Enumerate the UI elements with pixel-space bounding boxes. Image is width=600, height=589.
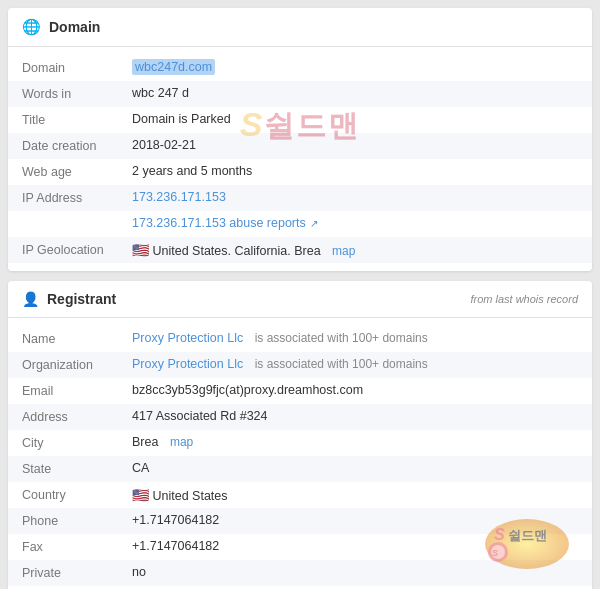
globe-icon: 🌐: [22, 18, 41, 36]
fax-label: Fax: [22, 539, 132, 554]
domain-label: Domain: [22, 60, 132, 75]
country-text: United States: [152, 489, 227, 503]
domain-value: wbc247d.com: [132, 60, 578, 74]
email-row: Email bz8cc3yb53g9fjc(at)proxy.dreamhost…: [8, 378, 592, 404]
organization-assoc: is associated with 100+ domains: [255, 357, 428, 371]
phone-label: Phone: [22, 513, 132, 528]
address-row: Address 417 Associated Rd #324: [8, 404, 592, 430]
organization-link[interactable]: Proxy Protection Llc: [132, 357, 243, 371]
person-icon: 👤: [22, 291, 39, 307]
words-in-label: Words in: [22, 86, 132, 101]
registrant-header-label: Registrant: [47, 291, 116, 307]
city-value: Brea map: [132, 435, 578, 449]
domain-link[interactable]: wbc247d.com: [132, 59, 215, 75]
ip-geolocation-row: IP Geolocation 🇺🇸 United States. Califor…: [8, 237, 592, 263]
city-row: City Brea map: [8, 430, 592, 456]
date-creation-value: 2018-02-21: [132, 138, 578, 152]
ip-address-row: IP Address 173.236.171.153: [8, 185, 592, 211]
organization-label: Organization: [22, 357, 132, 372]
address-value: 417 Associated Rd #324: [132, 409, 578, 423]
fax-value: +1.7147064182: [132, 539, 578, 553]
web-age-label: Web age: [22, 164, 132, 179]
page-wrapper: S쉴드맨 🌐 Domain Domain wbc247d.com Words i…: [0, 0, 600, 589]
registrant-card: 👤 Registrant from last whois record Name…: [8, 281, 592, 589]
geolocation-map-link[interactable]: map: [332, 244, 355, 258]
city-label: City: [22, 435, 132, 450]
us-flag-icon: 🇺🇸: [132, 242, 149, 258]
abuse-row: 173.236.171.153 abuse reports ↗: [132, 216, 578, 230]
state-label: State: [22, 461, 132, 476]
private-label: Private: [22, 565, 132, 580]
phone-row: Phone +1.7147064182: [8, 508, 592, 534]
title-value: Domain is Parked: [132, 112, 578, 126]
country-row: Country 🇺🇸 United States: [8, 482, 592, 508]
phone-value: +1.7147064182: [132, 513, 578, 527]
title-row: Title Domain is Parked: [8, 107, 592, 133]
ip-geolocation-label: IP Geolocation: [22, 242, 132, 257]
name-label: Name: [22, 331, 132, 346]
title-label: Title: [22, 112, 132, 127]
city-map-link[interactable]: map: [170, 435, 193, 449]
country-value: 🇺🇸 United States: [132, 487, 578, 503]
ip-address-link[interactable]: 173.236.171.153: [132, 190, 226, 204]
private-value: no: [132, 565, 578, 579]
ip-abuse-link[interactable]: 173.236.171.153 abuse reports: [132, 216, 306, 230]
name-row: Name Proxy Protection Llc is associated …: [8, 326, 592, 352]
registrant-card-body: Name Proxy Protection Llc is associated …: [8, 318, 592, 589]
ip-abuse-value: 173.236.171.153 abuse reports ↗: [132, 216, 578, 230]
name-assoc: is associated with 100+ domains: [255, 331, 428, 345]
domain-card-body: Domain wbc247d.com Words in wbc 247 d Ti…: [8, 47, 592, 271]
state-row: State CA: [8, 456, 592, 482]
ip-geolocation-value: 🇺🇸 United States. California. Brea map: [132, 242, 578, 258]
web-age-row: Web age 2 years and 5 months: [8, 159, 592, 185]
from-record-text: from last whois record: [470, 293, 578, 305]
ip-abuse-label: [22, 216, 132, 217]
email-label: Email: [22, 383, 132, 398]
email-value: bz8cc3yb53g9fjc(at)proxy.dreamhost.com: [132, 383, 578, 397]
domain-card-header: 🌐 Domain: [8, 8, 592, 47]
organization-row: Organization Proxy Protection Llc is ass…: [8, 352, 592, 378]
organization-value: Proxy Protection Llc is associated with …: [132, 357, 578, 371]
domain-header-label: Domain: [49, 19, 100, 35]
state-value: CA: [132, 461, 578, 475]
country-label: Country: [22, 487, 132, 502]
ip-address-value: 173.236.171.153: [132, 190, 578, 204]
external-link-icon: ↗: [310, 218, 318, 229]
words-in-value: wbc 247 d: [132, 86, 578, 100]
name-link[interactable]: Proxy Protection Llc: [132, 331, 243, 345]
registrant-card-header: 👤 Registrant from last whois record: [8, 281, 592, 318]
web-age-value: 2 years and 5 months: [132, 164, 578, 178]
city-text: Brea: [132, 435, 158, 449]
private-row: Private no: [8, 560, 592, 586]
ip-address-label: IP Address: [22, 190, 132, 205]
address-label: Address: [22, 409, 132, 424]
geolocation-text: United States. California. Brea: [152, 244, 320, 258]
domain-card: S쉴드맨 🌐 Domain Domain wbc247d.com Words i…: [8, 8, 592, 271]
date-creation-label: Date creation: [22, 138, 132, 153]
words-in-row: Words in wbc 247 d: [8, 81, 592, 107]
country-flag-icon: 🇺🇸: [132, 487, 149, 503]
date-creation-row: Date creation 2018-02-21: [8, 133, 592, 159]
ip-abuse-row: 173.236.171.153 abuse reports ↗: [8, 211, 592, 237]
registrant-header-left: 👤 Registrant: [22, 291, 116, 307]
fax-row: Fax +1.7147064182: [8, 534, 592, 560]
domain-row: Domain wbc247d.com: [8, 55, 592, 81]
name-value: Proxy Protection Llc is associated with …: [132, 331, 578, 345]
